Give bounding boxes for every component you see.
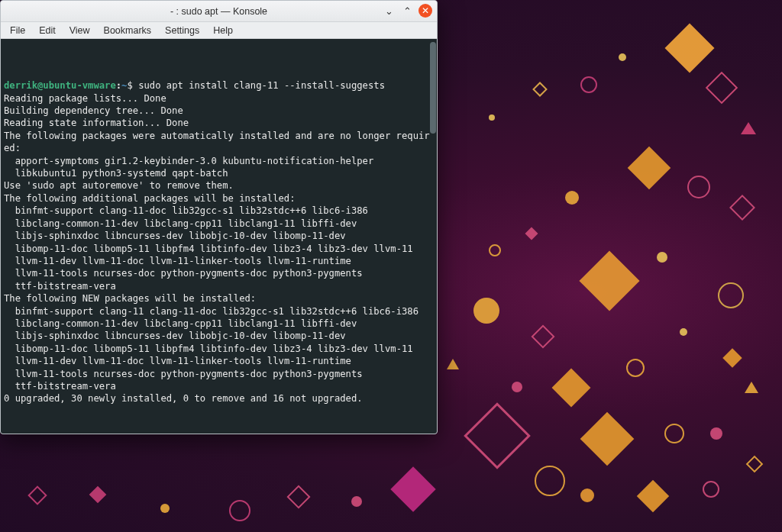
terminal-line: apport-symptoms gir1.2-keybinder-3.0 kub…: [4, 155, 432, 167]
close-button[interactable]: ✕: [418, 4, 432, 18]
terminal-line: llvm-11-tools ncurses-doc python-pygment…: [4, 267, 432, 279]
terminal-line: ed:: [4, 142, 432, 154]
terminal-viewport[interactable]: derrik@ubuntu-vmware:~$ sudo apt install…: [1, 39, 437, 434]
terminal-line: libclang-common-11-dev libclang-cpp11 li…: [4, 318, 432, 330]
prompt-symbol: $: [127, 80, 132, 91]
terminal-line: Reading package lists... Done: [4, 92, 432, 105]
terminal-line: ttf-bitstream-vera: [4, 380, 432, 392]
terminal-line: llvm-11-dev llvm-11-doc llvm-11-linker-t…: [4, 355, 432, 367]
menu-edit[interactable]: Edit: [39, 25, 56, 36]
close-icon: ✕: [422, 6, 429, 15]
konsole-window: - : sudo apt — Konsole ⌄ ⌃ ✕ File Edit V…: [0, 0, 438, 434]
terminal-line: The following additional packages will b…: [4, 192, 432, 205]
terminal-line: ttf-bitstream-vera: [4, 280, 432, 292]
minimize-button[interactable]: ⌄: [382, 4, 396, 18]
terminal-line: binfmt-support clang-11-doc lib32gcc-s1 …: [4, 205, 432, 217]
terminal-line: libclang-common-11-dev libclang-cpp11 li…: [4, 218, 432, 230]
menubar: File Edit View Bookmarks Settings Help: [1, 22, 437, 39]
menu-bookmarks[interactable]: Bookmarks: [104, 25, 152, 36]
menu-file[interactable]: File: [10, 25, 25, 36]
terminal-line: llvm-11-tools ncurses-doc python-pygment…: [4, 368, 432, 380]
menu-settings[interactable]: Settings: [165, 25, 199, 36]
terminal-line: libjs-sphinxdoc libncurses-dev libobjc-1…: [4, 330, 432, 342]
terminal-line: The following NEW packages will be insta…: [4, 292, 432, 305]
chevron-up-icon: ⌃: [403, 5, 412, 17]
terminal-line: llvm-11-dev llvm-11-doc llvm-11-linker-t…: [4, 255, 432, 267]
window-title: - : sudo apt — Konsole: [170, 6, 267, 17]
terminal-line: libkubuntu1 python3-systemd qapt-batch: [4, 167, 432, 179]
chevron-down-icon: ⌄: [385, 5, 393, 17]
window-controls: ⌄ ⌃ ✕: [382, 4, 432, 18]
terminal-line: Reading state information... Done: [4, 117, 432, 129]
terminal-line: libomp-11-doc libomp5-11 libpfm4 libtinf…: [4, 243, 432, 255]
terminal-line: Building dependency tree... Done: [4, 105, 432, 117]
menu-view[interactable]: View: [69, 25, 90, 36]
prompt-command: sudo apt install clang-11 --install-sugg…: [138, 80, 385, 91]
prompt-line: derrik@ubuntu-vmware:~$ sudo apt install…: [4, 79, 432, 92]
prompt-user-host: derrik@ubuntu-vmware: [4, 80, 116, 91]
maximize-button[interactable]: ⌃: [400, 4, 414, 18]
terminal-line: binfmt-support clang-11 clang-11-doc lib…: [4, 305, 432, 318]
terminal-scrollbar[interactable]: [430, 42, 436, 134]
menu-help[interactable]: Help: [213, 25, 233, 36]
window-titlebar[interactable]: - : sudo apt — Konsole ⌄ ⌃ ✕: [1, 1, 437, 22]
terminal-line: Use 'sudo apt autoremove' to remove them…: [4, 179, 432, 192]
terminal-line: libjs-sphinxdoc libncurses-dev libobjc-1…: [4, 230, 432, 242]
terminal-line: The following packages were automaticall…: [4, 130, 432, 142]
terminal-line: 0 upgraded, 30 newly installed, 0 to rem…: [4, 392, 432, 405]
terminal-line: libomp-11-doc libomp5-11 libpfm4 libtinf…: [4, 343, 432, 355]
prompt-separator: :: [116, 80, 121, 91]
